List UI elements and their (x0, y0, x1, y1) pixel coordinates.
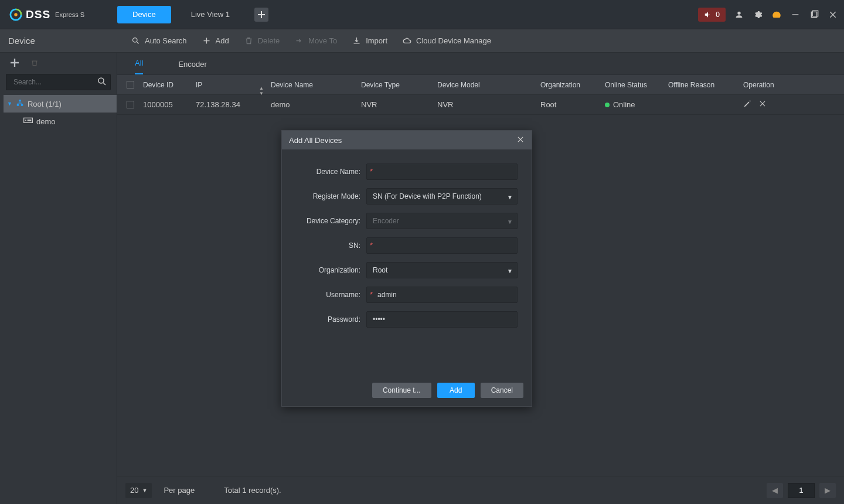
app-header: DSS Express S Device Live View 1 0 (0, 0, 844, 29)
plus-icon (202, 36, 211, 45)
add-button[interactable]: Add (202, 36, 229, 45)
per-page-select[interactable]: 20 ▼ (125, 483, 152, 498)
user-icon[interactable] (734, 9, 744, 20)
maximize-icon[interactable] (809, 9, 819, 20)
header-tabs: Device Live View 1 (117, 6, 268, 23)
search-icon[interactable] (97, 76, 107, 88)
th-offline-reason[interactable]: Offline Reason (668, 81, 743, 89)
sort-icon: ▲▼ (259, 86, 264, 96)
tree-root[interactable]: ▼ Root (1/1) (4, 95, 117, 113)
tab-all[interactable]: All (135, 59, 143, 74)
sn-input[interactable] (366, 237, 518, 254)
row-delete-button[interactable] (758, 100, 767, 110)
tab-live-view[interactable]: Live View 1 (176, 6, 245, 23)
import-icon (352, 36, 361, 45)
delete-button[interactable]: Delete (244, 36, 280, 45)
gear-icon[interactable] (753, 9, 763, 20)
label-register-mode: Register Mode: (296, 192, 366, 200)
device-name-input[interactable] (366, 164, 518, 180)
add-org-button[interactable] (11, 59, 19, 69)
th-operation[interactable]: Operation (743, 81, 844, 89)
svg-rect-11 (28, 120, 32, 121)
close-icon[interactable] (828, 9, 838, 20)
page-next-button[interactable]: ▶ (819, 483, 836, 498)
dialog-add-button[interactable]: Add (437, 383, 475, 398)
cancel-button[interactable]: Cancel (481, 383, 523, 398)
tree-root-label: Root (1/1) (28, 100, 62, 108)
svg-point-5 (98, 78, 104, 83)
th-device-id[interactable]: Device ID (143, 81, 196, 89)
page-title: Device (0, 36, 117, 46)
th-device-type[interactable]: Device Type (361, 81, 437, 89)
cloud-icon (403, 36, 411, 45)
select-all-checkbox[interactable] (127, 81, 134, 88)
device-icon (23, 117, 33, 126)
app-logo: DSS Express S (6, 8, 111, 21)
pagination: 20 ▼ Per page Total 1 record(s). ◀ ▶ (117, 476, 844, 504)
move-icon (295, 36, 304, 45)
label-username: Username: (296, 291, 366, 299)
required-mark: * (370, 290, 373, 299)
tab-encoder[interactable]: Encoder (178, 60, 206, 74)
row-checkbox[interactable] (127, 101, 134, 108)
tab-device[interactable]: Device (117, 6, 171, 23)
password-input[interactable] (366, 311, 518, 328)
tree-item-demo[interactable]: demo (4, 113, 117, 130)
trash-icon (244, 36, 253, 45)
th-online-status[interactable]: Online Status (605, 81, 668, 89)
cell-device-type: NVR (361, 100, 437, 109)
plus-icon (258, 11, 265, 18)
cell-operation (743, 100, 844, 110)
svg-point-10 (25, 120, 26, 121)
import-button[interactable]: Import (352, 36, 387, 45)
sound-icon (704, 11, 712, 19)
add-devices-dialog: Add All Devices Device Name: * Register … (281, 130, 532, 407)
th-device-model[interactable]: Device Model (437, 81, 540, 89)
edit-button[interactable] (743, 100, 751, 110)
brand-mark-icon (9, 8, 22, 21)
device-table: Device ID IP▲▼ Device Name Device Type D… (117, 75, 844, 115)
cloud-manage-button[interactable]: Cloud Device Manage (403, 36, 491, 45)
brand-main: DSS (26, 8, 50, 21)
table-row[interactable]: 1000005 72.138.28.34 demo NVR NVR Root O… (117, 95, 844, 115)
add-tab-button[interactable] (254, 8, 268, 22)
th-ip[interactable]: IP▲▼ (196, 81, 271, 89)
auto-search-button[interactable]: Auto Search (131, 36, 187, 45)
svg-rect-7 (17, 104, 19, 105)
th-organization[interactable]: Organization (540, 81, 605, 89)
svg-rect-6 (19, 100, 21, 101)
chevron-down-icon: ▼ (142, 488, 147, 493)
cell-online-status: Online (605, 100, 668, 109)
username-input[interactable] (366, 287, 518, 303)
brand-sub: Express S (55, 11, 84, 18)
cell-device-model: NVR (437, 100, 540, 109)
dialog-title: Add All Devices (289, 136, 342, 145)
organization-select[interactable]: Root (366, 262, 518, 278)
alert-count: 0 (716, 11, 720, 19)
status-dot-icon (605, 103, 610, 107)
cell-organization: Root (540, 100, 605, 109)
register-mode-select[interactable]: SN (For Device with P2P Function) (366, 188, 518, 205)
search-input[interactable] (6, 74, 111, 90)
per-page-label: Per page (164, 486, 195, 495)
tree-item-label: demo (36, 117, 56, 126)
delete-org-button[interactable] (30, 59, 39, 69)
move-to-button[interactable]: Move To (295, 36, 337, 45)
gauge-icon[interactable] (771, 9, 782, 20)
cell-device-id: 1000005 (143, 100, 196, 109)
th-device-name[interactable]: Device Name (271, 81, 361, 89)
table-header: Device ID IP▲▼ Device Name Device Type D… (117, 75, 844, 95)
org-icon (16, 99, 24, 109)
label-password: Password: (296, 315, 366, 323)
device-category-select[interactable]: Encoder (366, 213, 518, 229)
continue-button[interactable]: Continue t... (372, 383, 431, 398)
chevron-down-icon: ▼ (7, 101, 12, 107)
svg-point-4 (133, 38, 138, 43)
minimize-icon[interactable] (790, 9, 801, 20)
alert-badge[interactable]: 0 (698, 8, 726, 22)
dialog-close-button[interactable] (516, 135, 525, 145)
page-input[interactable] (788, 483, 815, 498)
label-organization: Organization: (296, 266, 366, 274)
page-prev-button[interactable]: ◀ (767, 483, 783, 498)
sidebar: ▼ Root (1/1) demo (0, 53, 117, 504)
